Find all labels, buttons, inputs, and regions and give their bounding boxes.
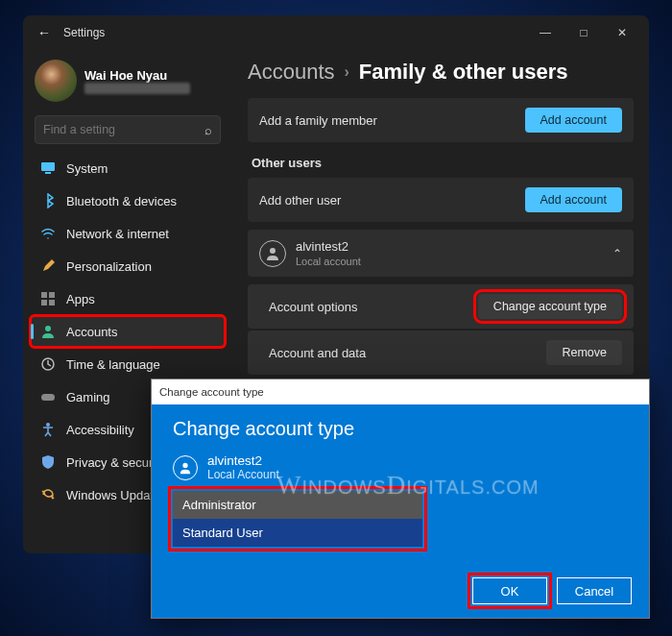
accessibility-icon xyxy=(40,422,56,437)
person-icon xyxy=(259,240,286,267)
row-add-family: Add a family member Add account xyxy=(248,98,634,142)
update-icon xyxy=(40,487,56,502)
avatar xyxy=(35,60,77,102)
user-subtitle: Local account xyxy=(296,256,605,267)
dialog-titlebar: Change account type xyxy=(152,379,649,404)
titlebar: ← Settings — □ ✕ xyxy=(23,15,649,50)
search-input[interactable] xyxy=(43,123,204,136)
svg-rect-0 xyxy=(41,162,55,171)
window-title: Settings xyxy=(63,26,105,39)
row-user-alvintest2[interactable]: alvintest2 Local account ⌃ xyxy=(248,230,634,277)
account-type-dropdown[interactable]: Administrator Standard User xyxy=(173,491,422,547)
row-label: Add other user xyxy=(259,193,525,208)
svg-rect-1 xyxy=(45,172,51,174)
remove-account-button[interactable]: Remove xyxy=(546,340,622,365)
search-icon: ⌕ xyxy=(204,123,212,137)
nav-label: Windows Update xyxy=(66,488,160,502)
person-icon xyxy=(173,455,198,480)
cancel-button[interactable]: Cancel xyxy=(557,577,632,604)
dialog-user-block: alvintest2 Local Account xyxy=(173,453,628,481)
chevron-right-icon: › xyxy=(345,63,349,81)
svg-rect-2 xyxy=(41,292,47,298)
dialog-user-name: alvintest2 xyxy=(207,453,279,468)
row-account-data: Account and data Remove xyxy=(248,330,634,375)
sidebar-item-bluetooth[interactable]: Bluetooth & devices xyxy=(31,185,225,216)
dialog-user-type: Local Account xyxy=(207,468,279,481)
apps-icon xyxy=(40,291,56,306)
sidebar-item-network[interactable]: Network & internet xyxy=(31,218,225,249)
row-label: Add a family member xyxy=(259,113,525,128)
svg-point-6 xyxy=(45,326,51,331)
option-standard-user[interactable]: Standard User xyxy=(173,519,422,547)
shield-icon xyxy=(40,454,56,470)
back-button[interactable]: ← xyxy=(31,19,58,46)
nav-label: Gaming xyxy=(66,390,110,404)
bluetooth-icon xyxy=(40,193,56,208)
svg-point-9 xyxy=(46,423,50,427)
row-label: Account options xyxy=(269,300,478,314)
breadcrumb-current: Family & other users xyxy=(359,60,568,85)
section-other-users: Other users xyxy=(252,156,634,170)
nav-label: Personalization xyxy=(66,259,152,274)
sidebar-item-system[interactable]: System xyxy=(31,153,225,183)
add-other-user-button[interactable]: Add account xyxy=(525,187,623,212)
display-icon xyxy=(40,160,56,176)
svg-rect-8 xyxy=(41,394,55,401)
svg-point-11 xyxy=(182,462,187,467)
add-family-button[interactable]: Add account xyxy=(525,108,623,133)
wifi-icon xyxy=(40,226,56,241)
svg-rect-4 xyxy=(41,300,47,306)
nav-label: Network & internet xyxy=(66,227,169,241)
change-account-type-dialog: Change account type Change account type … xyxy=(151,379,650,619)
sidebar-item-accounts[interactable]: Accounts xyxy=(31,316,225,347)
nav-label: Time & language xyxy=(66,357,160,372)
nav-label: System xyxy=(66,161,108,176)
nav-label: Apps xyxy=(66,292,95,306)
breadcrumb: Accounts › Family & other users xyxy=(248,60,634,85)
nav-label: Accounts xyxy=(66,325,117,339)
sidebar-item-personalization[interactable]: Personalization xyxy=(31,251,225,281)
clock-icon xyxy=(40,356,56,372)
close-button[interactable]: ✕ xyxy=(603,18,641,47)
minimize-button[interactable]: — xyxy=(526,18,564,47)
svg-point-10 xyxy=(270,248,276,254)
profile-block[interactable]: Wai Hoe Nyau xyxy=(29,56,227,111)
nav-label: Bluetooth & devices xyxy=(66,194,177,208)
breadcrumb-parent[interactable]: Accounts xyxy=(248,60,335,85)
brush-icon xyxy=(40,258,56,274)
profile-email xyxy=(84,83,190,94)
row-label: Account and data xyxy=(269,346,546,360)
profile-name: Wai Hoe Nyau xyxy=(84,68,190,83)
sidebar-item-time[interactable]: Time & language xyxy=(31,349,225,379)
ok-button[interactable]: OK xyxy=(472,577,547,604)
user-name: alvintest2 xyxy=(296,239,605,254)
row-account-options: Account options Change account type xyxy=(248,284,634,329)
option-administrator[interactable]: Administrator xyxy=(173,491,422,519)
search-box[interactable]: ⌕ xyxy=(35,115,221,144)
chevron-up-icon: ⌃ xyxy=(612,247,622,260)
nav-label: Accessibility xyxy=(66,423,134,437)
change-account-type-button[interactable]: Change account type xyxy=(478,294,622,319)
person-icon xyxy=(40,324,56,339)
sidebar-item-apps[interactable]: Apps xyxy=(31,283,225,314)
dialog-heading: Change account type xyxy=(173,418,628,440)
row-add-other-user: Add other user Add account xyxy=(248,178,634,222)
svg-rect-3 xyxy=(49,292,55,298)
svg-rect-5 xyxy=(49,300,55,306)
gaming-icon xyxy=(40,389,56,404)
maximize-button[interactable]: □ xyxy=(564,18,603,47)
